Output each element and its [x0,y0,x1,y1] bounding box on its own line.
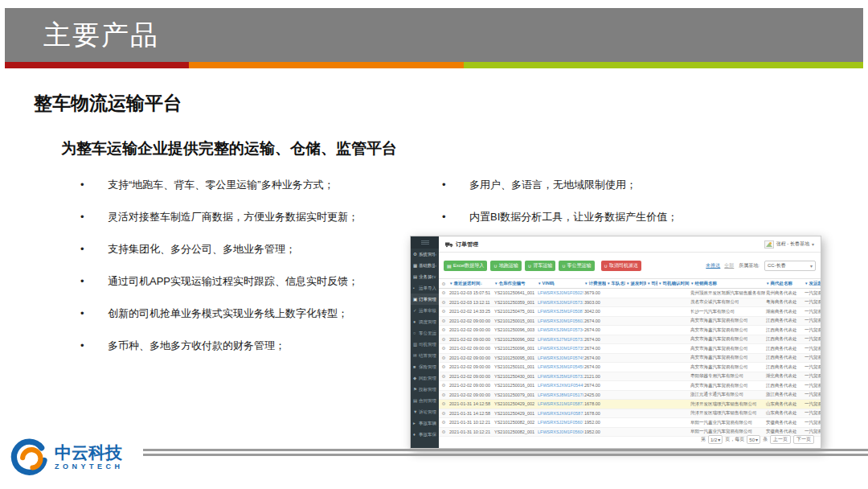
chevron-icon: ‹ [435,263,436,268]
sidebar-item-ops[interactable]: ▤业务操作∨ [411,271,439,282]
sidebar-item-lawsuit[interactable]: ▼诉讼管理 [411,406,439,417]
page-size-select[interactable]: 50 ▾ [747,435,760,444]
sidebar-item-insurance[interactable]: ■保险管理 [411,361,439,372]
next-page-button[interactable]: 下一页 [793,435,814,444]
app-screenshot: ⚙系统管理‹▦基础数据‹▤业务操作∨▪运单导入日志▣订单管理✓运单审核●调度管理… [410,236,821,449]
vin-link[interactable]: LFWSRXSJ8M1F05178 [537,390,583,400]
table-row[interactable]: ⚙2021-02-02 09:00:00YS2101250095_001LFWS… [439,353,821,363]
sidebar-item-payment[interactable]: ◆回款管理 [411,372,439,384]
tab-unpushed[interactable]: 未推送 [706,262,720,269]
row-settings-icon[interactable]: ⚙ [439,298,448,307]
vin-link[interactable]: LFWSRXSJ5M1F05732 [537,372,583,381]
sidebar-item-dispatch[interactable]: ●调度管理 [411,316,439,327]
vin-link[interactable]: LFWSRXSJ0M1F05029 [537,289,583,298]
accident-vehicle-icon: ▸ [413,421,419,425]
sidebar-item-system[interactable]: ⚙系统管理‹ [411,249,439,260]
vin-link[interactable]: LFWSRXSJ7M1F05733 [537,335,583,344]
row-settings-icon[interactable]: ⚙ [439,372,448,381]
slide-canvas: 主要产品 整车物流运输平台 为整车运输企业提供完整的运输、仓储、监管平台 •支持… [0,0,868,489]
bullet-text: 多币种、多地多方收付款的财务管理； [108,339,285,352]
row-settings-icon[interactable]: ⚙ [439,307,448,317]
table-row[interactable]: ⚙2021-02-02 09:00:00YS2101250015_001LFWS… [439,316,821,326]
table-row[interactable]: ⚙2021-02-02 09:00:00YS2101250096_002LFWS… [439,335,821,344]
table-row[interactable]: ⚙2021-02-02 09:00:00YS2101250101_001LFWS… [439,363,821,372]
dipao-button[interactable]: ∪地跑运输 [490,261,521,271]
sidebar-item-accident-vehicle[interactable]: ▸事故车辆管理 [411,417,439,429]
sidebar-item-drivers[interactable]: ▥司机管理 [411,339,439,350]
table-row[interactable]: ⚙2021-01-31 10:12:21YS2101250082_002LFWS… [439,418,821,428]
table-cell: 3042.00 [583,307,606,317]
table-cell: YS2101250641_001 [493,289,537,298]
sidebar-item-contract[interactable]: ▤合同管理 [411,395,439,406]
page-select[interactable]: 1/2 ▾ [708,435,723,444]
row-settings-icon[interactable]: ⚙ [439,390,448,400]
sidebar-item-bidding[interactable]: ⚑投标管理 [411,384,439,395]
vin-link[interactable]: LFWSRXSJ2M1F05607 [537,418,583,428]
sidebar-item-import-log[interactable]: ▪运单导入日志 [411,282,439,294]
table-cell: YS2101250475_001 [493,307,537,317]
table-cell: 湖南商务代表处 [765,307,804,317]
beiche-button[interactable]: ∪背车运输 [525,261,555,271]
vin-link[interactable]: LFWSRXSJ0M1F05731 [537,298,583,307]
table-row[interactable]: ⚙2021-02-02 09:00:00YS2101250079_001LFWS… [439,390,821,400]
cancel-driver-button[interactable]: ∪取消司机派送 [601,261,641,271]
table-cell: 1952.00 [583,427,606,437]
vin-link[interactable]: LFWSRXSJ0M1F05606 [537,427,583,437]
row-settings-icon[interactable]: ⚙ [439,326,448,335]
row-settings-icon[interactable]: ⚙ [439,381,448,391]
base-select[interactable]: CC-长春 ▾ [764,261,816,271]
sidebar-item-basedata[interactable]: ▦基础数据‹ [411,260,439,271]
excel-import-button[interactable]: ▤Excel数据导入 [444,261,487,271]
row-settings-icon[interactable]: ⚙ [439,335,448,344]
table-row[interactable]: ⚙2021-02-02 09:00:00YS2101250430_001LFWS… [439,372,821,381]
table-cell: 一汽贸易公司储运分 [804,344,821,354]
row-settings-icon[interactable]: ⚙ [439,353,448,363]
tab-all[interactable]: 全部 [724,262,734,269]
zero-km-button[interactable]: ∪零公里运输 [559,261,594,271]
sidebar-item-waybill-audit[interactable]: ✓运单审核 [411,305,439,316]
user-menu[interactable]: 张程 - 长春基地 ▾ [764,240,814,249]
row-settings-icon[interactable]: ⚙ [439,400,448,409]
table-cell: 江西商务代表处 [765,335,804,344]
sidebar-item-accident-insurance[interactable]: ♦事故车保险管理 [411,429,439,440]
prev-page-button[interactable]: 上一页 [770,435,791,444]
sidebar-item-label: 调度管理 [419,319,436,325]
table-row[interactable]: ⚙2021-01-31 14:12:58YS2101250429_002LFWS… [439,400,821,409]
sidebar-item-orders[interactable]: ▣订单管理 [411,294,439,305]
vin-link[interactable]: LFWSRXSJ0M1F05735 [537,344,583,354]
row-settings-icon[interactable]: ⚙ [439,418,448,428]
bullet-dot-icon: • [80,307,108,320]
vin-link[interactable]: LFWSRXSJ6M1F05450 [537,363,583,372]
table-cell [606,289,625,298]
vin-link[interactable]: LFWSRXSJ9M1F05734 [537,326,583,335]
table-row[interactable]: ⚙2021-02-03 15:07:51YS2101250641_001LFWS… [439,289,821,298]
row-settings-icon[interactable]: ⚙ [439,289,448,298]
table-cell [646,344,657,354]
table-row[interactable]: ⚙2021-02-03 13:12:11YS2101250359_001LFWS… [439,298,821,307]
table-cell [646,400,657,409]
vin-link[interactable]: LFWSRXSJXM1F05872 [537,409,583,418]
sidebar-item-settlement[interactable]: ✉结算管理 [411,350,439,361]
toolbar-filters: 未推送全部 所属基地: CC-长春 ▾ [706,261,816,271]
row-settings-icon[interactable]: ⚙ [439,363,448,372]
table-row[interactable]: ⚙2021-02-02 09:00:00YS2101250096_003LFWS… [439,326,821,335]
row-settings-icon[interactable]: ⚙ [439,344,448,354]
table-row[interactable]: ⚙2021-02-02 09:00:00YS2101250016_001LFWS… [439,381,821,391]
table-cell [657,418,690,428]
vin-link[interactable]: LFWSRXSJXM1F05449 [537,381,583,391]
table-row[interactable]: ⚙2021-02-02 14:33:25YS2101250475_001LFWS… [439,307,821,317]
filter-icon: ▼ [658,281,661,286]
vin-link[interactable]: LFWSRXSJ0M1F05602 [537,316,583,326]
row-settings-icon[interactable]: ⚙ [439,316,448,326]
sidebar-item-zero-km[interactable]: ○零公里运输 [411,327,439,339]
vin-link[interactable]: LFWSRXSJ1M1F05873 [537,400,583,409]
table-cell: YS2101250101_001 [493,363,537,372]
row-settings-icon[interactable]: ⚙ [439,409,448,418]
table-row[interactable]: ⚙2021-01-31 14:12:58YS2101250429_001LFWS… [439,409,821,418]
vin-link[interactable]: LFWSRXSJ0M1F05745 [537,353,583,363]
table-cell [625,326,646,335]
table-row[interactable]: ⚙2021-02-02 09:00:00YS2101250096_001LFWS… [439,344,821,354]
vin-link[interactable]: LFWSRXSJ5M1F05087 [537,307,583,317]
column-header-label: 派发时间 [630,281,646,286]
row-settings-icon[interactable]: ⚙ [439,427,448,437]
